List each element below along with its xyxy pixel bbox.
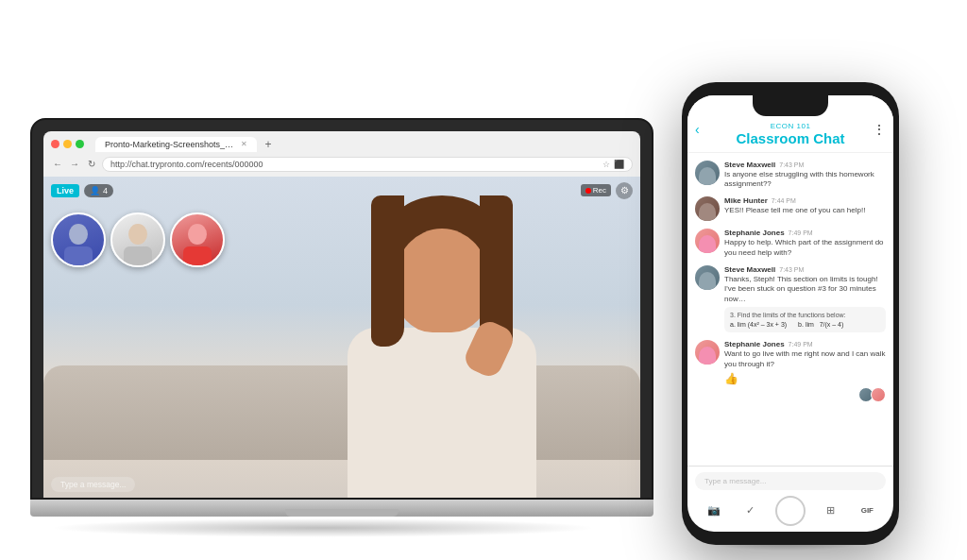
msg-content-5: Stephanie Jones 7:49 PM Want to go live … xyxy=(724,340,886,402)
msg-time-2: 7:44 PM xyxy=(772,197,796,204)
check-button[interactable]: ✓ xyxy=(738,499,763,523)
participant-2-person xyxy=(112,214,163,265)
chat-messages: Steve Maxwell 7:43 PM Is anyone else str… xyxy=(687,153,893,466)
msg-text-4: Thanks, Steph! This section on limits is… xyxy=(724,275,886,304)
msg-content-1: Steve Maxwell 7:43 PM Is anyone else str… xyxy=(724,161,886,190)
menu-button[interactable]: ⋮ xyxy=(873,122,886,137)
avatar-steve-2 xyxy=(695,265,720,290)
msg-author-1: Steve Maxwell xyxy=(724,161,775,169)
laptop-notch xyxy=(285,509,399,517)
avatar-stephanie-2 xyxy=(695,340,720,365)
avatar-stephanie-1 xyxy=(695,229,720,253)
woman-head xyxy=(395,229,489,332)
participant-thumb-2 xyxy=(110,212,165,267)
msg-author-4: Steve Maxwell xyxy=(724,265,775,274)
live-badge: Live xyxy=(51,184,79,197)
math-problem-box: 3. Find the limits of the functions belo… xyxy=(724,307,886,332)
video-settings-button[interactable]: ⚙ xyxy=(616,182,633,199)
grid-button[interactable]: ⊞ xyxy=(818,499,842,523)
course-label: ECON 101 xyxy=(697,122,884,130)
address-bar[interactable]: http://chat.trypronto.com/recents/000000… xyxy=(102,157,633,172)
msg-time-5: 7:49 PM xyxy=(789,341,813,348)
video-message-bar: Type a message... xyxy=(51,477,135,492)
participant-2-head xyxy=(128,224,147,245)
message-5: Stephanie Jones 7:49 PM Want to go live … xyxy=(695,340,886,402)
tab-bar: Pronto-Marketing-Screenshots_Pr... ✕ + xyxy=(95,137,633,152)
message-1: Steve Maxwell 7:43 PM Is anyone else str… xyxy=(695,161,886,190)
message-2: Mike Hunter 7:44 PM YES!! Please tell me… xyxy=(695,196,886,221)
emoji-row: 👍 xyxy=(724,372,886,385)
scene: Pronto-Marketing-Screenshots_Pr... ✕ + ←… xyxy=(30,16,937,545)
msg-text-3: Happy to help. Which part of the assignm… xyxy=(724,238,886,258)
bookmark-icon: ☆ xyxy=(602,160,610,169)
msg-text-2: YES!! Please tell me one of you can help… xyxy=(724,206,886,215)
minimize-window-button[interactable] xyxy=(63,140,72,148)
gif-button[interactable]: GIF xyxy=(855,499,879,523)
laptop-base xyxy=(30,500,653,517)
participants-thumbnail-row xyxy=(51,212,225,267)
rec-badge: Rec xyxy=(581,184,611,196)
rec-label: Rec xyxy=(593,186,606,195)
participant-3-head xyxy=(188,224,207,245)
msg-header-5: Stephanie Jones 7:49 PM xyxy=(724,340,886,348)
laptop: Pronto-Marketing-Screenshots_Pr... ✕ + ←… xyxy=(30,118,653,517)
video-left-controls: Live 👤 4 xyxy=(51,184,113,197)
phone-notch xyxy=(753,95,828,116)
msg-author-5: Stephanie Jones xyxy=(724,340,785,348)
camera-button[interactable]: 📷 xyxy=(702,499,726,523)
participant-1-person xyxy=(53,214,104,265)
chat-input-area: Type a message... 📷 ✓ ⊞ GIF xyxy=(687,466,893,532)
browser-top-bar: Pronto-Marketing-Screenshots_Pr... ✕ + xyxy=(51,137,633,152)
woman-hair-left xyxy=(371,195,404,347)
participant-thumb-3 xyxy=(170,212,225,267)
participant-thumb-1 xyxy=(51,212,106,267)
browser-tab-active[interactable]: Pronto-Marketing-Screenshots_Pr... ✕ xyxy=(95,137,257,152)
avatar-steve-1 xyxy=(695,161,720,185)
tab-label: Pronto-Marketing-Screenshots_Pr... xyxy=(105,140,237,149)
back-button[interactable]: ‹ xyxy=(695,122,700,137)
message-3: Stephanie Jones 7:49 PM Happy to help. W… xyxy=(695,229,886,258)
participant-3-person xyxy=(172,214,223,265)
main-video-person xyxy=(291,177,593,498)
message-4: Steve Maxwell 7:43 PM Thanks, Steph! Thi… xyxy=(695,265,886,332)
video-type-message[interactable]: Type a message... xyxy=(51,477,135,492)
new-tab-button[interactable]: + xyxy=(261,137,276,152)
reload-button[interactable]: ↻ xyxy=(85,159,98,169)
video-call-area: Live 👤 4 Rec ⚙ xyxy=(43,177,640,498)
laptop-screen-wrapper: Pronto-Marketing-Screenshots_Pr... ✕ + ←… xyxy=(30,118,653,500)
laptop-shadow xyxy=(49,518,597,537)
url-text: http://chat.trypronto.com/recents/000000 xyxy=(110,160,263,169)
close-window-button[interactable] xyxy=(51,140,59,148)
msg-time-3: 7:49 PM xyxy=(789,229,813,236)
msg-header-2: Mike Hunter 7:44 PM xyxy=(724,196,886,205)
forward-button[interactable]: → xyxy=(68,159,81,169)
chat-input-box[interactable]: Type a message... xyxy=(695,472,886,490)
participant-number: 4 xyxy=(103,186,108,195)
input-placeholder: Type a message... xyxy=(704,477,766,485)
chat-title: Classroom Chat xyxy=(697,130,884,146)
person-icon: 👤 xyxy=(90,186,100,195)
tab-close-icon[interactable]: ✕ xyxy=(241,140,247,148)
small-avatar-2 xyxy=(871,387,886,402)
record-button[interactable] xyxy=(775,496,806,526)
msg-header-3: Stephanie Jones 7:49 PM xyxy=(724,229,886,237)
math-title: 3. Find the limits of the functions belo… xyxy=(730,312,880,318)
phone-screen: ‹ ECON 101 Classroom Chat ⋮ Steve Maxwel… xyxy=(687,95,893,532)
avatar-pair xyxy=(724,387,886,402)
back-button[interactable]: ← xyxy=(51,159,64,169)
address-bar-icons: ☆ ⬛ xyxy=(602,160,624,169)
participant-1-head xyxy=(69,224,88,245)
chat-toolbar: 📷 ✓ ⊞ GIF xyxy=(695,496,886,526)
maximize-window-button[interactable] xyxy=(76,140,84,148)
math-expr-b: b. lim 7/(x – 4) xyxy=(798,321,843,328)
msg-time-1: 7:43 PM xyxy=(779,161,804,168)
avatar-mike xyxy=(695,196,720,221)
msg-header-1: Steve Maxwell 7:43 PM xyxy=(724,161,886,169)
video-overlay-controls: Live 👤 4 Rec ⚙ xyxy=(43,182,640,199)
msg-author-2: Mike Hunter xyxy=(724,196,768,205)
participant-3-body xyxy=(183,246,212,265)
browser-chrome: Pronto-Marketing-Screenshots_Pr... ✕ + ←… xyxy=(43,131,640,177)
participant-1-body xyxy=(64,246,93,265)
cast-icon: ⬛ xyxy=(614,160,624,169)
traffic-lights xyxy=(51,140,84,148)
